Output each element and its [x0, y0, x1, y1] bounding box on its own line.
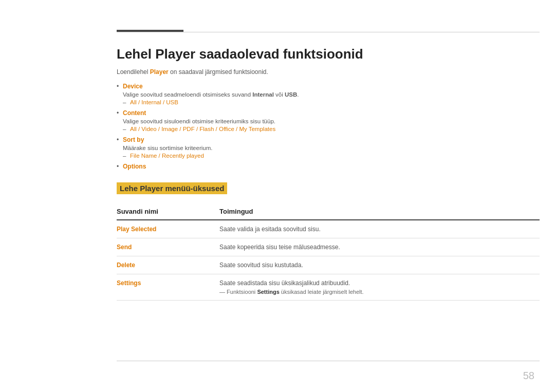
row-desc-play-selected: Saate valida ja esitada soovitud sisu. — [219, 220, 540, 238]
item-sub-sortby: File Name / Recently played — [123, 153, 540, 159]
list-item-device: Device Valige soovitud seadmeloendi otsi… — [117, 83, 540, 105]
feature-list: Device Valige soovitud seadmeloendi otsi… — [117, 83, 540, 170]
page-number: 58 — [523, 370, 534, 382]
table-row: Delete Saate soovitud sisu kustutada. — [117, 256, 540, 274]
row-desc-settings: Saate seadistada sisu üksikasjalikud atr… — [219, 274, 540, 301]
dash-prefix: ― — [219, 289, 227, 295]
item-desc-device: Valige soovitud seadmeloendi otsimiseks … — [123, 91, 299, 98]
col-header-name: Suvandi nimi — [117, 203, 219, 220]
row-desc-delete: Saate soovitud sisu kustutada. — [219, 256, 540, 274]
menu-options-table: Suvandi nimi Toimingud Play Selected Saa… — [117, 203, 540, 301]
item-desc-content: Valige soovitud sisuloendi otsimise krit… — [123, 118, 275, 124]
settings-note: ― Funktsiooni Settings üksikasad leiate … — [219, 289, 534, 295]
main-content: Lehel Player saadaolevad funktsioonid Lo… — [117, 41, 540, 301]
section-heading-text: Lehe Player menüü-üksused — [117, 182, 227, 194]
table-header-row: Suvandi nimi Toimingud — [117, 203, 540, 220]
table-row: Send Saate kopeerida sisu teise mälusead… — [117, 238, 540, 256]
col-header-actions: Toimingud — [219, 203, 540, 220]
row-desc-send: Saate kopeerida sisu teise mäluseadmesse… — [219, 238, 540, 256]
sub-link-content: All / Video / Image / PDF / Flash / Offi… — [130, 126, 275, 132]
list-item-content: Content Valige soovitud sisuloendi otsim… — [117, 109, 540, 132]
item-title-sortby: Sort by — [123, 136, 540, 143]
item-title-device: Device — [123, 83, 540, 90]
item-title-options: Options — [123, 163, 540, 170]
item-sub-content: All / Video / Image / PDF / Flash / Offi… — [123, 126, 540, 132]
settings-desc-main: Saate seadistada sisu üksikasjalikud atr… — [219, 279, 534, 287]
section-heading: Lehe Player menüü-üksused — [117, 179, 540, 203]
list-item-options: Options — [117, 163, 540, 170]
row-label-settings: Settings — [117, 274, 219, 301]
intro-player-highlight: Player — [150, 68, 169, 76]
intro-after: on saadaval järgmised funktsioonid. — [169, 68, 268, 76]
list-item-sortby: Sort by Määrake sisu sortimise kriteeriu… — [117, 136, 540, 159]
item-title-content: Content — [123, 109, 540, 117]
item-sub-device: All / Internal / USB — [123, 99, 540, 105]
row-label-play-selected: Play Selected — [117, 220, 219, 238]
item-desc-sortby: Määrake sisu sortimise kriteerium. — [123, 145, 212, 151]
table-row: Settings Saate seadistada sisu üksikasja… — [117, 274, 540, 301]
sub-link-sortby: File Name / Recently played — [130, 153, 204, 159]
settings-bold: Settings — [257, 289, 279, 295]
intro-paragraph: Loendilehel Player on saadaval järgmised… — [117, 68, 540, 76]
intro-before: Loendilehel — [117, 68, 150, 76]
top-divider-line — [117, 32, 540, 32]
table-row: Play Selected Saate valida ja esitada so… — [117, 220, 540, 238]
sub-link-device: All / Internal / USB — [130, 99, 178, 105]
row-label-send: Send — [117, 238, 219, 256]
main-title: Lehel Player saadaolevad funktsioonid — [117, 46, 540, 62]
bottom-divider-line — [117, 361, 540, 361]
page-container: Lehel Player saadaolevad funktsioonid Lo… — [0, 0, 555, 392]
row-label-delete: Delete — [117, 256, 219, 274]
